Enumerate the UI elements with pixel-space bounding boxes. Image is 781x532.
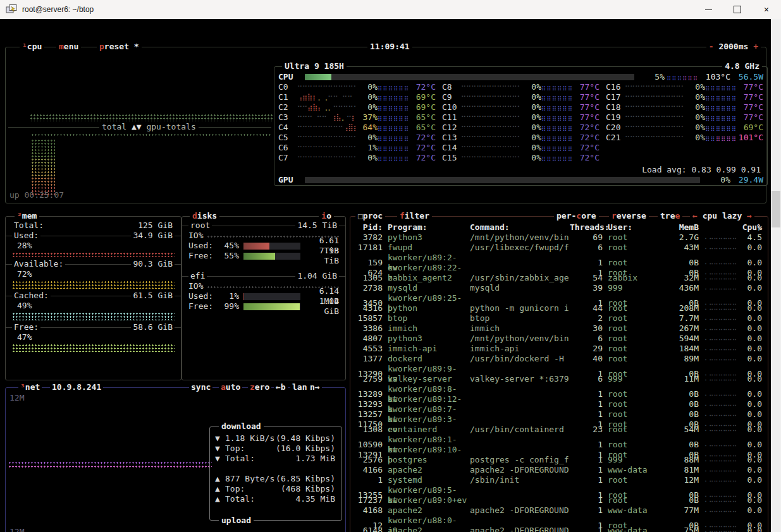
mem-total-value: 125 GiB xyxy=(136,221,175,231)
tab-disks[interactable]: disks xyxy=(190,211,219,221)
interval-minus-button[interactable]: - xyxy=(709,42,714,51)
core-usage-percent: 37% xyxy=(356,112,378,123)
process-row[interactable]: 2759 valkey-server valkey-server *:6379 … xyxy=(352,374,766,384)
process-program: postgres xyxy=(383,455,465,465)
close-button[interactable]: ✕ xyxy=(752,0,781,19)
update-interval[interactable]: - 2000ms + xyxy=(706,42,761,52)
menu-button[interactable]: menu xyxy=(56,42,81,52)
sort-right-arrow-icon[interactable]: → xyxy=(747,211,752,221)
net-next-iface-button[interactable]: n→ xyxy=(308,382,322,392)
process-list: 3782 python3 /mnt/python/venv/bin 69 roo… xyxy=(352,233,766,532)
tab-proc[interactable]: □proc xyxy=(355,211,385,221)
process-row[interactable]: 3386 immich immich 30 root 267M 0.0 xyxy=(352,323,766,334)
process-row[interactable]: 1 systemd /sbin/init 1 root 12M 0.0 xyxy=(352,475,766,485)
process-row[interactable]: 4553 immich-api immich-api 29 root 184M … xyxy=(352,344,766,354)
core-temp-meter: ⣶⣶⣶⣶⣶⣶ xyxy=(378,102,409,112)
net-stat-value: (6.85 Kibps) xyxy=(276,474,335,484)
disk-name-row: efi1.04 GiB xyxy=(188,271,339,281)
tab-mem[interactable]: ²mem xyxy=(15,211,39,221)
core-usage-percent: 0% xyxy=(520,112,541,123)
process-program: btop xyxy=(383,313,465,323)
net-sync-button[interactable]: sync xyxy=(189,382,212,392)
preset-button[interactable]: preset * xyxy=(97,42,142,52)
core-id: C0 xyxy=(278,82,297,92)
reverse-button[interactable]: reverse xyxy=(609,211,649,221)
process-row[interactable]: 159 kworker/u89:2-ev 1 root 0B 0.0 xyxy=(352,253,766,263)
process-row[interactable]: 2738 mysqld mysqld 39 999 436M 0.0 xyxy=(352,283,766,293)
net-zero-button[interactable]: zero xyxy=(248,382,271,392)
tab-net[interactable]: ³net xyxy=(18,382,42,392)
process-row[interactable]: 4168 apache2 apache2 -DFOREGROUND 1 www-… xyxy=(352,505,766,516)
process-row[interactable]: 4807 python3 /mnt/python/venv/bin 6 root… xyxy=(352,334,766,344)
download-title: download xyxy=(219,421,264,432)
col-threads[interactable]: Threads: xyxy=(570,222,603,233)
process-row[interactable]: 1377 dockerd /usr/bin/dockerd -H 40 root… xyxy=(352,354,766,364)
process-row[interactable]: 1305 zabbix_agent2 /usr/sbin/zabbix_age … xyxy=(352,273,766,283)
process-row[interactable]: 17237 kworker/u89:0+ev 1 root 0B 0.0 xyxy=(352,495,766,505)
mem-available-value: 90.3 GiB xyxy=(131,259,175,269)
process-row[interactable]: 4166 apache2 apache2 -DFOREGROUND 1 www-… xyxy=(352,465,766,475)
sort-left-arrow-icon[interactable]: ← xyxy=(692,211,698,221)
filter-button[interactable]: filter xyxy=(397,211,432,221)
maximize-button[interactable] xyxy=(723,0,752,19)
net-auto-button[interactable]: auto xyxy=(219,382,242,392)
tree-button[interactable]: tree xyxy=(658,211,682,221)
process-row[interactable]: 13255 kworker/u89:5-bt 1 root 0B 0.0 xyxy=(352,485,766,495)
io-mode-button[interactable]: io xyxy=(319,211,334,221)
scroll-up-indicator[interactable]: ↑ xyxy=(756,223,761,233)
minimize-button[interactable] xyxy=(694,0,723,19)
net-prev-iface-button[interactable]: ←b xyxy=(274,382,288,392)
process-cpu-percent: 0.0 xyxy=(737,495,762,505)
tab-cpu[interactable]: ¹cpu xyxy=(20,42,44,52)
core-temp-value: 77°C xyxy=(737,82,763,92)
terminal-scrollbar[interactable] xyxy=(771,19,781,532)
process-memory: 75M xyxy=(662,526,699,532)
process-threads: 39 xyxy=(570,283,603,293)
net-upload-graph xyxy=(8,465,212,468)
scroll-down-indicator[interactable]: ↓ xyxy=(756,528,761,532)
col-memb[interactable]: MemB xyxy=(662,222,699,233)
core-temp-meter: ⣶⣶⣶⣶⣶⣶ xyxy=(541,92,573,102)
process-row[interactable]: 10590 kworker/u89:1-bt 1 root 0B 0.0 xyxy=(352,435,766,445)
scrollbar-thumb[interactable] xyxy=(772,191,780,227)
process-row[interactable]: 12 kworker/u88:0-i9 1 root 0B 0.0 xyxy=(352,516,766,526)
process-pid: 4168 xyxy=(352,505,383,516)
net-ip-address: 10.9.8.241 xyxy=(50,382,103,392)
per-core-button[interactable]: per-core xyxy=(554,211,599,221)
process-row[interactable]: 3782 python3 /mnt/python/venv/bin 69 roo… xyxy=(352,233,766,243)
window-title: root@server6: ~/btop xyxy=(22,4,94,15)
core-usage-graph: ⠒⠒⣴⣷⡄⢀⡀⠒⠒⠒⠒⠒ xyxy=(297,102,356,112)
process-row[interactable]: 2576 postgres postgres -c config_f 1 999… xyxy=(352,455,766,465)
process-pid: 1305 xyxy=(352,273,383,283)
core-id: C1 xyxy=(278,92,297,102)
process-row[interactable]: 6148 apache2 apache2 -DFOREGROUND 1 www-… xyxy=(352,526,766,532)
disk-io-label: IO% xyxy=(188,281,203,291)
process-row[interactable]: 15857 btop btop 2 root 7.7M 0.0 xyxy=(352,313,766,323)
core-temp-value: 77°C xyxy=(573,92,600,102)
col-pid[interactable]: Pid: xyxy=(352,222,383,233)
process-row[interactable]: 3450 kworker/u89:25-b 1 root 0B 0.0 xyxy=(352,293,766,303)
graph-mode-label[interactable]: total ▲▼ gpu-totals xyxy=(99,122,199,132)
process-user: root xyxy=(603,334,662,344)
col-user[interactable]: User: xyxy=(603,222,662,233)
core-usage-graph: ⠒⠒⠒⠒⠒⠒⠒⠒⠒⠒⠒⠒⠒ xyxy=(297,143,356,153)
core-row: C21 ⠒⠒⠒⠒⠒⠒⠒⠒⠒⠒⠒⠒⠒ 0% ⣶⣶⣶⣶⣶⣶ 101°C xyxy=(606,133,763,143)
core-id: C6 xyxy=(278,143,297,153)
graph-toggle-arrows-icon[interactable]: ▲▼ xyxy=(132,122,142,131)
col-program[interactable]: Program: xyxy=(383,222,465,233)
process-cpu-percent: 0.0 xyxy=(737,389,762,399)
core-temp-meter: ⣶⣶⣶⣶⣶⣶ xyxy=(541,123,573,133)
process-row[interactable]: 13289 kworker/u89:8-bt 1 root 0B 0.0 xyxy=(352,384,766,394)
process-row[interactable]: 4316 python python -m gunicorn i 44 root… xyxy=(352,303,766,313)
upload-arrow-icon: ▲ xyxy=(215,494,225,504)
process-memory: 43M xyxy=(662,243,699,253)
net-stat-row: ▲ Top: (468 Kibps) xyxy=(215,484,335,494)
process-user: root xyxy=(603,233,662,243)
sort-column-selector[interactable]: ← cpu lazy → xyxy=(690,211,754,221)
process-row[interactable]: 1308 containerd /usr/bin/containerd 23 r… xyxy=(352,425,766,435)
col-command[interactable]: Command: xyxy=(465,222,570,233)
interval-plus-button[interactable]: + xyxy=(753,42,758,51)
process-row[interactable]: 13290 kworker/u89:9-kv 1 root 0B 0.0 xyxy=(352,364,766,374)
process-row[interactable]: 17181 fwupd /usr/libexec/fwupd/f 6 root … xyxy=(352,243,766,253)
process-threads: 1 xyxy=(570,475,603,485)
